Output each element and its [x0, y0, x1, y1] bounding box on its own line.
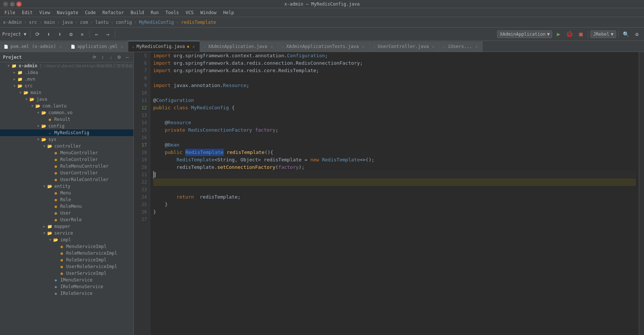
menu-navigate[interactable]: Navigate: [54, 9, 81, 16]
breadcrumb-lantu[interactable]: lantu: [95, 20, 109, 25]
menu-refactor[interactable]: Refactor: [99, 9, 127, 16]
tab-usercontroller-close[interactable]: ✕: [431, 44, 435, 49]
restore-button[interactable]: □: [10, 1, 15, 7]
tree-item-comlantu[interactable]: ▼ 📂 com.lantu: [0, 103, 133, 109]
tab-iusers-close[interactable]: ✕: [474, 44, 479, 49]
tab-appyml-close[interactable]: ✕: [120, 44, 124, 49]
breadcrumb-java[interactable]: java: [62, 20, 73, 25]
tree-item-userrolecontroller[interactable]: ▶ ● UserRoleController: [0, 176, 133, 183]
tree-item-mvn[interactable]: ▶ 📁 .mvn: [0, 76, 133, 83]
run-button[interactable]: ▶: [554, 29, 563, 39]
menu-tools[interactable]: Tools: [162, 9, 182, 16]
tree-item-menucontroller[interactable]: ▶ ● MenuController: [0, 149, 133, 156]
tree-item-irolemenuservice[interactable]: ▶ ◆ IRoleMenuService: [0, 283, 133, 290]
sidebar-sort-btn[interactable]: ↕: [99, 54, 106, 61]
tree-item-result[interactable]: ▶ ● Result: [0, 116, 133, 123]
toolbar-sync-btn[interactable]: ⟳: [33, 29, 42, 39]
jrebel-dropdown[interactable]: JRebel ▼: [590, 30, 616, 38]
toolbar-down-btn[interactable]: ⬇: [55, 29, 65, 39]
breadcrumb-xadmin[interactable]: x-Admin: [3, 20, 22, 25]
code-content[interactable]: import org.springframework.context.annot…: [150, 52, 639, 335]
tree-item-main[interactable]: ▼ 📂 main: [0, 89, 133, 96]
tab-xadminapplication[interactable]: ☕ XAdminApplication.java ✕: [200, 41, 278, 52]
menu-build[interactable]: Build: [128, 9, 147, 16]
tree-item-role[interactable]: ▶ ● Role: [0, 196, 133, 203]
tree-item-userserviceimpl[interactable]: ▶ ● UserServiceImpl: [0, 270, 133, 277]
breadcrumb-config[interactable]: config: [116, 20, 132, 25]
tab-iusers[interactable]: ☕ iUsers... ✕: [439, 41, 483, 52]
settings-global-btn[interactable]: ⚙: [632, 29, 642, 39]
tree-item-usercontroller[interactable]: ▶ ● UserController: [0, 170, 133, 176]
tree-item-menu[interactable]: ▶ ● Menu: [0, 190, 133, 196]
toolbar-up-btn[interactable]: ⬆: [44, 29, 54, 39]
tree-item-rolemenu[interactable]: ▶ ● RoleMenu: [0, 203, 133, 210]
tab-pom-close[interactable]: ✕: [58, 44, 63, 49]
tab-xadminapplicationtests-close[interactable]: ✕: [361, 44, 366, 49]
toolbar-settings-btn[interactable]: ⚙: [66, 29, 76, 39]
tree-item-idea[interactable]: ▶ 📁 .idea: [0, 69, 133, 76]
tab-pom[interactable]: 📄 pom.xml (x-admin) ✕: [0, 41, 67, 52]
tree-item-iroleservice[interactable]: ▶ ◆ IRoleService: [0, 290, 133, 297]
tree-item-src[interactable]: ▼ 📂 src: [0, 83, 133, 89]
run-config-dropdown[interactable]: XAdminApplication ▼: [497, 30, 552, 38]
tree-item-sys[interactable]: ▼ 📂 sys: [0, 136, 133, 143]
menu-window[interactable]: Window: [197, 9, 219, 16]
sidebar-sort2-btn[interactable]: ↓: [107, 54, 114, 61]
code-editor[interactable]: 5 6 7 8 9 10 11 12 13 14 15 16 17 18 19 …: [134, 52, 639, 335]
breadcrumb-redistemplate[interactable]: redisTemplate: [181, 20, 216, 25]
tab-appyml[interactable]: 📄 application.yml ✕: [67, 41, 128, 52]
search-everywhere-btn[interactable]: 🔍: [621, 29, 631, 39]
sidebar-settings-btn[interactable]: ⚙: [116, 54, 122, 61]
menu-code[interactable]: Code: [82, 9, 99, 16]
breadcrumb-main[interactable]: main: [44, 20, 55, 25]
tree-item-service[interactable]: ▼ 📂 service: [0, 230, 133, 236]
breadcrumb-com[interactable]: com: [80, 20, 88, 25]
tree-item-rolemenucontroller[interactable]: ▶ ● RoleMenuController: [0, 163, 133, 170]
tab-usercontroller[interactable]: ☕ UserController.java ✕: [370, 41, 439, 52]
debug-button[interactable]: 🐞: [565, 29, 574, 39]
tree-item-userrole[interactable]: ▶ ● UserRole: [0, 216, 133, 223]
tab-xadminapplication-label: XAdminApplication.java: [208, 44, 267, 49]
tree-item-mapper[interactable]: ▶ 📁 mapper: [0, 223, 133, 230]
line-num-23: 23: [135, 186, 147, 193]
tree-item-controller[interactable]: ▼ 📂 controller: [0, 143, 133, 149]
breadcrumb-myredisconfig[interactable]: MyRedisConfig: [139, 20, 174, 25]
toolbar-back-btn[interactable]: ←: [92, 29, 102, 39]
tree-item-entity[interactable]: ▼ 📂 entity: [0, 183, 133, 190]
tree-item-config[interactable]: ▼ 📂 config: [0, 123, 133, 129]
close-button[interactable]: ✕: [16, 1, 22, 7]
menu-view[interactable]: View: [36, 9, 53, 16]
tree-item-user[interactable]: ▶ ● User: [0, 210, 133, 216]
sidebar-sync-btn[interactable]: ⟳: [91, 54, 98, 61]
sidebar-close-btn[interactable]: ─: [124, 54, 131, 61]
tree-item-xadmin[interactable]: ▼ 📁 x-admin C:\Users\dacai\Desktop\神庙局特工…: [0, 62, 133, 69]
tree-item-menuserviceimpl[interactable]: ▶ ● MenuServiceImpl: [0, 243, 133, 250]
menu-edit[interactable]: Edit: [19, 9, 36, 16]
tree-arrow-main: ▼: [18, 90, 23, 95]
tree-item-rolecontroller[interactable]: ▶ ● RoleController: [0, 156, 133, 163]
tree-item-rolemenuserviceimpl[interactable]: ▶ ● RoleMenuServiceImpl: [0, 250, 133, 257]
tab-myredisconfig-close[interactable]: ✕: [191, 44, 196, 49]
code-line-8: [153, 74, 636, 82]
tree-item-myredisconfig[interactable]: ▶ ☕ MyRedisConfig: [0, 129, 133, 136]
tree-item-impl[interactable]: ▼ 📂 impl: [0, 236, 133, 243]
tab-xadminapplication-close[interactable]: ✕: [270, 44, 274, 49]
code-line-11: @Configuration: [153, 97, 636, 104]
tree-item-roleserviceimpl[interactable]: ▶ ● RoleServiceImpl: [0, 257, 133, 263]
tab-myredisconfig[interactable]: ☕ MyRedisConfig.java ● ✕: [128, 41, 200, 52]
minimize-button[interactable]: ─: [3, 1, 8, 7]
menu-file[interactable]: File: [1, 9, 18, 16]
toolbar-close-panel-btn[interactable]: ✕: [77, 29, 87, 39]
tab-xadminapplicationtests[interactable]: ☕ XAdminApplicationTests.java ✕: [278, 41, 370, 52]
menu-run[interactable]: Run: [148, 9, 162, 16]
menu-help[interactable]: Help: [220, 9, 237, 16]
stop-button[interactable]: ■: [576, 29, 586, 39]
tree-item-userroleserviceimpl[interactable]: ▶ ● UserRoleServiceImpl: [0, 263, 133, 270]
menu-vcs[interactable]: VCS: [183, 9, 197, 16]
breadcrumb-src[interactable]: src: [29, 20, 37, 25]
tree-item-commonvo[interactable]: ▼ 📂 common.vo: [0, 109, 133, 116]
title-bar: ─ □ ✕ x-admin – MyRedisConfig.java: [0, 0, 644, 8]
tree-item-imenuservice[interactable]: ▶ ◆ IMenuService: [0, 277, 133, 283]
tree-item-java[interactable]: ▼ 📂 java: [0, 96, 133, 103]
toolbar-forward-btn[interactable]: →: [103, 29, 113, 39]
